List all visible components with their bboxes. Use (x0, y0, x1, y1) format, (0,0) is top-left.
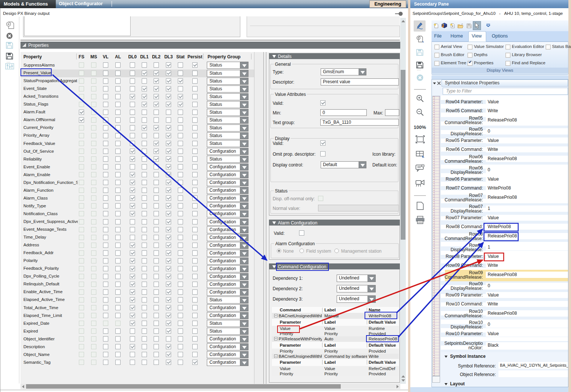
svg-text:#: # (452, 25, 453, 27)
